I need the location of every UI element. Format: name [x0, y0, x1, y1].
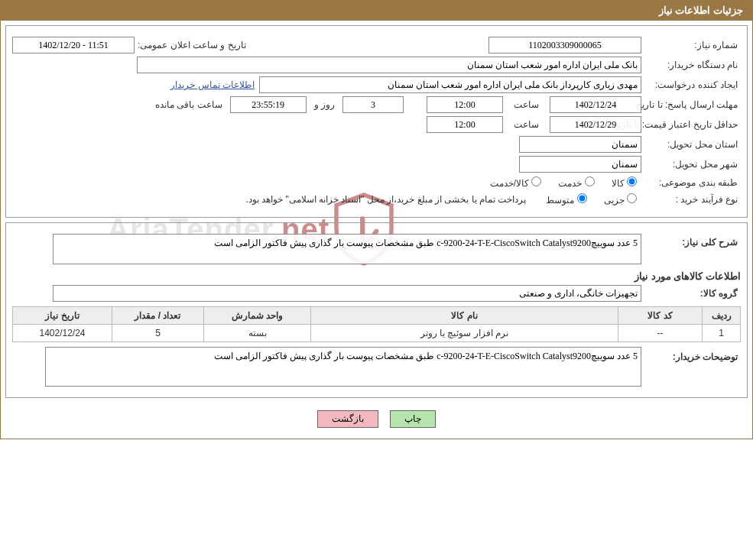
back-button[interactable]: بازگشت: [317, 410, 378, 428]
label-time-remaining: ساعت باقی مانده: [152, 98, 226, 112]
need-number-field[interactable]: [488, 37, 641, 53]
info-section: شماره نیاز: تاریخ و ساعت اعلان عمومی: نا…: [5, 25, 748, 218]
label-delivery-province: استان محل تحویل:: [641, 138, 741, 151]
label-days-and: روز و: [311, 98, 338, 112]
th-name: نام کالا: [311, 307, 618, 325]
reply-date-field[interactable]: [550, 96, 641, 113]
buyer-note-textarea[interactable]: [45, 347, 641, 387]
label-buyer-org: نام دستگاه خریدار:: [641, 58, 741, 72]
buyer-org-field[interactable]: [137, 57, 641, 73]
label-group: گروه کالا:: [641, 286, 741, 300]
label-reply-deadline: مهلت ارسال پاسخ: تا تاریخ:: [641, 98, 741, 112]
radio-goods-service-label: کالا/خدمت: [490, 178, 529, 189]
cell-qty: 5: [112, 325, 204, 342]
reply-time-field[interactable]: [427, 96, 503, 113]
main-container: جزئیات اطلاعات نیاز AriaTender.net شماره…: [0, 0, 753, 439]
days-field[interactable]: [342, 96, 404, 113]
footer: چاپ بازگشت: [1, 403, 752, 439]
label-announce: تاریخ و ساعت اعلان عمومی:: [135, 38, 249, 52]
cell-row: 1: [703, 325, 741, 342]
desc-textarea[interactable]: [53, 234, 641, 264]
cell-date: 1402/12/24: [13, 325, 112, 342]
label-requester: ایجاد کننده درخواست:: [641, 78, 741, 92]
label-buyer-note: توضیحات خریدار:: [641, 347, 741, 364]
delivery-city-field[interactable]: [519, 156, 641, 173]
page-title-bar: جزئیات اطلاعات نیاز: [1, 0, 752, 21]
cell-unit: بسته: [204, 325, 311, 342]
radio-medium[interactable]: [577, 193, 587, 203]
requester-field[interactable]: [259, 76, 641, 93]
label-need-number: شماره نیاز:: [641, 38, 741, 52]
cell-name: نرم افزار سوئیچ یا روتر: [311, 325, 618, 342]
form-layer: شماره نیاز: تاریخ و ساعت اعلان عمومی: نا…: [1, 25, 752, 439]
cell-code: --: [618, 325, 703, 342]
price-time-field[interactable]: [427, 116, 503, 133]
items-table-wrap: ردیف کد کالا نام کالا واحد شمارش تعداد /…: [12, 306, 741, 342]
th-unit: واحد شمارش: [204, 307, 311, 325]
label-desc: شرح کلی نیاز:: [641, 234, 741, 249]
radio-service-label: خدمت: [558, 178, 582, 189]
th-date: تاریخ نیاز: [13, 307, 112, 325]
radio-minor[interactable]: [627, 193, 637, 203]
delivery-province-field[interactable]: [519, 136, 641, 153]
buyer-contact-link[interactable]: اطلاعات تماس خریدار: [170, 79, 255, 90]
radio-medium-wrap[interactable]: متوسط: [546, 193, 586, 206]
label-time-2: ساعت: [511, 118, 542, 131]
radio-minor-label: جزیی: [604, 195, 625, 206]
radio-goods-label: کالا: [612, 178, 625, 189]
radio-goods-service-wrap[interactable]: کالا/خدمت: [490, 176, 542, 189]
radio-service[interactable]: [585, 176, 595, 186]
radio-goods[interactable]: [627, 176, 637, 186]
label-category: طبقه بندی موضوعی:: [641, 176, 741, 189]
purchase-note: پرداخت تمام یا بخشی از مبلغ خرید،از محل …: [245, 194, 526, 205]
label-delivery-city: شهر محل تحویل:: [641, 157, 741, 171]
radio-minor-wrap[interactable]: جزیی: [604, 193, 637, 206]
radio-goods-wrap[interactable]: کالا: [612, 176, 637, 189]
announce-field[interactable]: [12, 37, 135, 53]
label-price-validity: حداقل تاریخ اعتبار قیمت: تا تاریخ:: [641, 118, 741, 131]
label-purchase-type: نوع فرآیند خرید :: [641, 193, 741, 206]
th-qty: تعداد / مقدار: [112, 307, 204, 325]
items-title: اطلاعات کالاهای مورد نیاز: [18, 270, 741, 282]
price-date-field[interactable]: [550, 116, 641, 133]
th-row: ردیف: [703, 307, 741, 325]
detail-section: شرح کلی نیاز: اطلاعات کالاهای مورد نیاز …: [5, 222, 748, 398]
radio-goods-service[interactable]: [531, 176, 541, 186]
print-button[interactable]: چاپ: [390, 410, 436, 428]
countdown-field[interactable]: [230, 96, 307, 113]
radio-medium-label: متوسط: [546, 195, 574, 206]
page-title: جزئیات اطلاعات نیاز: [659, 5, 743, 16]
label-time-1: ساعت: [511, 98, 542, 112]
table-row: 1 -- نرم افزار سوئیچ یا روتر بسته 5 1402…: [13, 325, 741, 342]
radio-service-wrap[interactable]: خدمت: [558, 176, 594, 189]
th-code: کد کالا: [618, 307, 703, 325]
items-table: ردیف کد کالا نام کالا واحد شمارش تعداد /…: [12, 306, 741, 342]
group-field[interactable]: [53, 285, 641, 302]
